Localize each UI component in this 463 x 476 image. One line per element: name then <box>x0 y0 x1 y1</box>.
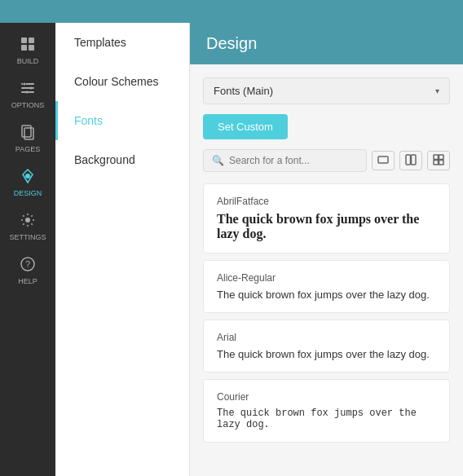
help-icon: ? <box>20 256 36 275</box>
svg-rect-11 <box>22 126 31 137</box>
design-icon <box>20 168 36 187</box>
page-title: Design <box>206 34 447 53</box>
app-container: BUILD OPTIONS <box>0 0 463 476</box>
font-card-abril[interactable]: AbrilFatface The quick brown fox jumps o… <box>203 183 450 253</box>
svg-rect-21 <box>439 155 444 160</box>
font-preview-arial: The quick brown fox jumps over the lazy … <box>217 348 436 360</box>
fonts-dropdown[interactable]: Fonts (Main) ▾ <box>203 77 450 104</box>
svg-rect-5 <box>21 87 34 89</box>
pages-icon <box>20 124 36 143</box>
font-preview-abril: The quick brown fox jumps over the lazy … <box>217 212 436 241</box>
font-card-arial[interactable]: Arial The quick brown fox jumps over the… <box>203 320 450 372</box>
sidebar-item-design[interactable]: DESIGN <box>3 161 52 202</box>
svg-point-8 <box>24 83 26 86</box>
content-header: Design <box>190 23 463 64</box>
nav-item-background[interactable]: Background <box>55 140 189 179</box>
svg-rect-19 <box>412 155 417 165</box>
search-icon: 🔍 <box>212 155 224 166</box>
svg-rect-12 <box>24 128 33 139</box>
svg-rect-3 <box>29 45 34 51</box>
sidebar: BUILD OPTIONS <box>0 23 55 476</box>
nav-item-templates[interactable]: Templates <box>55 23 189 62</box>
sidebar-label-pages: PAGES <box>15 145 40 153</box>
svg-text:?: ? <box>25 259 30 269</box>
font-card-courier[interactable]: Courier The quick brown fox jumps over t… <box>203 379 450 443</box>
set-custom-button[interactable]: Set Custom <box>203 114 288 139</box>
svg-rect-23 <box>439 161 444 165</box>
svg-rect-18 <box>406 155 411 165</box>
font-name-arial: Arial <box>217 332 436 343</box>
nav-item-colour-schemes[interactable]: Colour Schemes <box>55 62 189 101</box>
svg-point-9 <box>30 87 33 90</box>
sidebar-label-design: DESIGN <box>14 189 42 197</box>
svg-rect-0 <box>21 37 27 43</box>
font-card-alice[interactable]: Alice-Regular The quick brown fox jumps … <box>203 260 450 313</box>
font-preview-alice: The quick brown fox jumps over the lazy … <box>217 289 436 301</box>
font-search-bar: 🔍 <box>203 149 367 172</box>
search-input[interactable] <box>229 155 358 166</box>
svg-rect-20 <box>434 155 439 160</box>
sidebar-item-settings[interactable]: SETTINGS <box>3 205 52 246</box>
main-area: BUILD OPTIONS <box>0 23 463 476</box>
settings-icon <box>20 212 36 231</box>
content-area: Design Fonts (Main) ▾ Set Custom 🔍 <box>190 23 463 476</box>
font-preview-courier: The quick brown fox jumps over the lazy … <box>217 408 436 430</box>
svg-rect-1 <box>29 37 34 43</box>
options-icon <box>20 80 36 99</box>
left-nav: Templates Colour Schemes Fonts Backgroun… <box>55 23 190 476</box>
svg-point-14 <box>25 218 30 223</box>
font-name-abril: AbrilFatface <box>217 196 436 207</box>
sidebar-label-settings: SETTINGS <box>9 233 46 241</box>
content-body: Fonts (Main) ▾ Set Custom 🔍 <box>190 64 463 462</box>
svg-rect-22 <box>434 161 439 165</box>
chevron-down-icon: ▾ <box>435 86 439 95</box>
search-row: 🔍 <box>203 149 450 172</box>
font-name-courier: Courier <box>217 391 436 403</box>
view-single-button[interactable] <box>372 151 395 170</box>
sidebar-label-options: OPTIONS <box>11 101 45 109</box>
view-grid-button[interactable] <box>427 151 450 170</box>
fonts-dropdown-value: Fonts (Main) <box>214 85 273 97</box>
build-icon <box>20 36 36 55</box>
sidebar-item-options[interactable]: OPTIONS <box>3 73 52 114</box>
svg-point-10 <box>26 91 29 94</box>
svg-rect-17 <box>378 156 388 163</box>
sidebar-label-build: BUILD <box>17 57 39 65</box>
svg-rect-2 <box>21 45 27 51</box>
sidebar-label-help: HELP <box>18 277 37 285</box>
sidebar-item-help[interactable]: ? HELP <box>3 249 52 290</box>
sidebar-item-pages[interactable]: PAGES <box>3 117 52 158</box>
top-bar <box>0 0 463 23</box>
view-double-button[interactable] <box>399 151 422 170</box>
nav-item-fonts[interactable]: Fonts <box>55 101 189 140</box>
sidebar-item-build[interactable]: BUILD <box>3 29 52 70</box>
svg-point-13 <box>25 174 30 178</box>
font-name-alice: Alice-Regular <box>217 272 436 284</box>
